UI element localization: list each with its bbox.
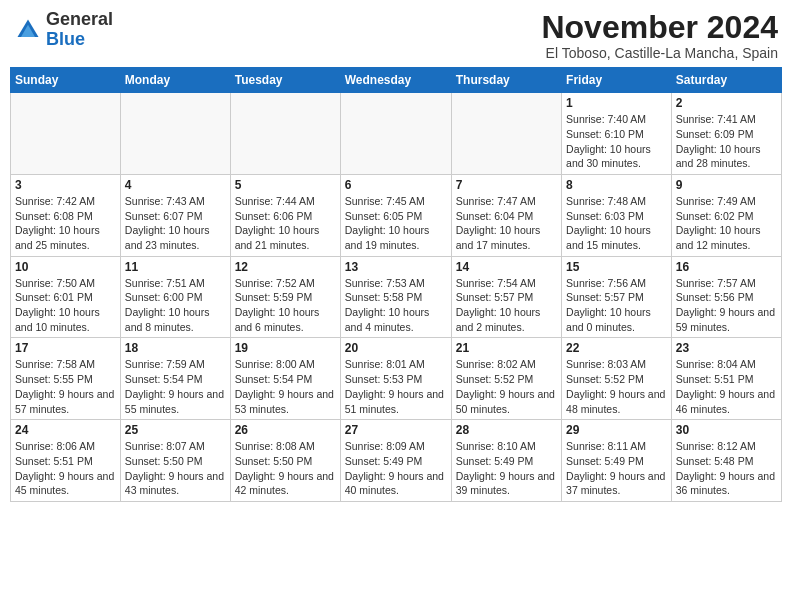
day-number: 11 (125, 260, 226, 274)
calendar-cell: 18Sunrise: 7:59 AM Sunset: 5:54 PM Dayli… (120, 338, 230, 420)
calendar-cell: 12Sunrise: 7:52 AM Sunset: 5:59 PM Dayli… (230, 256, 340, 338)
calendar-cell: 13Sunrise: 7:53 AM Sunset: 5:58 PM Dayli… (340, 256, 451, 338)
day-number: 20 (345, 341, 447, 355)
calendar-cell: 30Sunrise: 8:12 AM Sunset: 5:48 PM Dayli… (671, 420, 781, 502)
calendar-week-row: 17Sunrise: 7:58 AM Sunset: 5:55 PM Dayli… (11, 338, 782, 420)
calendar-week-row: 24Sunrise: 8:06 AM Sunset: 5:51 PM Dayli… (11, 420, 782, 502)
calendar-cell: 21Sunrise: 8:02 AM Sunset: 5:52 PM Dayli… (451, 338, 561, 420)
weekday-header: Monday (120, 68, 230, 93)
logo-general: General (46, 9, 113, 29)
logo-icon (14, 16, 42, 44)
day-number: 19 (235, 341, 336, 355)
calendar-cell: 8Sunrise: 7:48 AM Sunset: 6:03 PM Daylig… (562, 174, 672, 256)
day-number: 23 (676, 341, 777, 355)
day-number: 27 (345, 423, 447, 437)
day-info: Sunrise: 7:59 AM Sunset: 5:54 PM Dayligh… (125, 357, 226, 416)
day-number: 13 (345, 260, 447, 274)
calendar-cell (451, 93, 561, 175)
day-info: Sunrise: 7:43 AM Sunset: 6:07 PM Dayligh… (125, 194, 226, 253)
day-number: 4 (125, 178, 226, 192)
day-number: 8 (566, 178, 667, 192)
day-info: Sunrise: 8:07 AM Sunset: 5:50 PM Dayligh… (125, 439, 226, 498)
calendar-cell: 10Sunrise: 7:50 AM Sunset: 6:01 PM Dayli… (11, 256, 121, 338)
calendar-week-row: 3Sunrise: 7:42 AM Sunset: 6:08 PM Daylig… (11, 174, 782, 256)
calendar-cell: 1Sunrise: 7:40 AM Sunset: 6:10 PM Daylig… (562, 93, 672, 175)
day-number: 12 (235, 260, 336, 274)
day-info: Sunrise: 7:49 AM Sunset: 6:02 PM Dayligh… (676, 194, 777, 253)
calendar-cell: 6Sunrise: 7:45 AM Sunset: 6:05 PM Daylig… (340, 174, 451, 256)
weekday-header: Thursday (451, 68, 561, 93)
month-title: November 2024 (541, 10, 778, 45)
calendar-cell (120, 93, 230, 175)
calendar-cell: 29Sunrise: 8:11 AM Sunset: 5:49 PM Dayli… (562, 420, 672, 502)
calendar-cell: 22Sunrise: 8:03 AM Sunset: 5:52 PM Dayli… (562, 338, 672, 420)
day-number: 7 (456, 178, 557, 192)
weekday-header: Friday (562, 68, 672, 93)
day-number: 24 (15, 423, 116, 437)
day-info: Sunrise: 7:42 AM Sunset: 6:08 PM Dayligh… (15, 194, 116, 253)
day-info: Sunrise: 7:50 AM Sunset: 6:01 PM Dayligh… (15, 276, 116, 335)
day-info: Sunrise: 8:12 AM Sunset: 5:48 PM Dayligh… (676, 439, 777, 498)
calendar-cell (340, 93, 451, 175)
calendar-cell: 14Sunrise: 7:54 AM Sunset: 5:57 PM Dayli… (451, 256, 561, 338)
day-info: Sunrise: 7:41 AM Sunset: 6:09 PM Dayligh… (676, 112, 777, 171)
calendar-cell: 23Sunrise: 8:04 AM Sunset: 5:51 PM Dayli… (671, 338, 781, 420)
calendar-cell: 2Sunrise: 7:41 AM Sunset: 6:09 PM Daylig… (671, 93, 781, 175)
day-info: Sunrise: 8:06 AM Sunset: 5:51 PM Dayligh… (15, 439, 116, 498)
day-info: Sunrise: 7:57 AM Sunset: 5:56 PM Dayligh… (676, 276, 777, 335)
calendar-cell: 28Sunrise: 8:10 AM Sunset: 5:49 PM Dayli… (451, 420, 561, 502)
calendar-cell: 26Sunrise: 8:08 AM Sunset: 5:50 PM Dayli… (230, 420, 340, 502)
day-info: Sunrise: 7:48 AM Sunset: 6:03 PM Dayligh… (566, 194, 667, 253)
day-number: 2 (676, 96, 777, 110)
day-info: Sunrise: 7:53 AM Sunset: 5:58 PM Dayligh… (345, 276, 447, 335)
logo-text: General Blue (46, 10, 113, 50)
day-info: Sunrise: 7:58 AM Sunset: 5:55 PM Dayligh… (15, 357, 116, 416)
calendar-cell: 16Sunrise: 7:57 AM Sunset: 5:56 PM Dayli… (671, 256, 781, 338)
day-number: 14 (456, 260, 557, 274)
weekday-header: Wednesday (340, 68, 451, 93)
calendar-cell: 25Sunrise: 8:07 AM Sunset: 5:50 PM Dayli… (120, 420, 230, 502)
day-number: 1 (566, 96, 667, 110)
calendar-cell: 19Sunrise: 8:00 AM Sunset: 5:54 PM Dayli… (230, 338, 340, 420)
day-info: Sunrise: 7:54 AM Sunset: 5:57 PM Dayligh… (456, 276, 557, 335)
day-info: Sunrise: 7:47 AM Sunset: 6:04 PM Dayligh… (456, 194, 557, 253)
calendar-table: SundayMondayTuesdayWednesdayThursdayFrid… (10, 67, 782, 502)
title-block: November 2024 El Toboso, Castille-La Man… (541, 10, 778, 61)
day-number: 25 (125, 423, 226, 437)
calendar-cell: 20Sunrise: 8:01 AM Sunset: 5:53 PM Dayli… (340, 338, 451, 420)
calendar-cell: 11Sunrise: 7:51 AM Sunset: 6:00 PM Dayli… (120, 256, 230, 338)
day-number: 15 (566, 260, 667, 274)
calendar-week-row: 1Sunrise: 7:40 AM Sunset: 6:10 PM Daylig… (11, 93, 782, 175)
day-info: Sunrise: 7:44 AM Sunset: 6:06 PM Dayligh… (235, 194, 336, 253)
day-number: 16 (676, 260, 777, 274)
calendar-cell (11, 93, 121, 175)
day-number: 22 (566, 341, 667, 355)
location-title: El Toboso, Castille-La Mancha, Spain (541, 45, 778, 61)
calendar-cell (230, 93, 340, 175)
day-info: Sunrise: 8:03 AM Sunset: 5:52 PM Dayligh… (566, 357, 667, 416)
day-number: 26 (235, 423, 336, 437)
day-info: Sunrise: 7:56 AM Sunset: 5:57 PM Dayligh… (566, 276, 667, 335)
day-number: 29 (566, 423, 667, 437)
day-number: 30 (676, 423, 777, 437)
day-number: 10 (15, 260, 116, 274)
weekday-header: Saturday (671, 68, 781, 93)
day-number: 6 (345, 178, 447, 192)
logo: General Blue (14, 10, 113, 50)
calendar-cell: 5Sunrise: 7:44 AM Sunset: 6:06 PM Daylig… (230, 174, 340, 256)
day-number: 9 (676, 178, 777, 192)
weekday-header: Tuesday (230, 68, 340, 93)
weekday-header-row: SundayMondayTuesdayWednesdayThursdayFrid… (11, 68, 782, 93)
calendar-week-row: 10Sunrise: 7:50 AM Sunset: 6:01 PM Dayli… (11, 256, 782, 338)
calendar-cell: 17Sunrise: 7:58 AM Sunset: 5:55 PM Dayli… (11, 338, 121, 420)
calendar-cell: 9Sunrise: 7:49 AM Sunset: 6:02 PM Daylig… (671, 174, 781, 256)
day-number: 5 (235, 178, 336, 192)
calendar-cell: 27Sunrise: 8:09 AM Sunset: 5:49 PM Dayli… (340, 420, 451, 502)
day-info: Sunrise: 8:11 AM Sunset: 5:49 PM Dayligh… (566, 439, 667, 498)
calendar-cell: 3Sunrise: 7:42 AM Sunset: 6:08 PM Daylig… (11, 174, 121, 256)
day-info: Sunrise: 7:51 AM Sunset: 6:00 PM Dayligh… (125, 276, 226, 335)
day-info: Sunrise: 7:45 AM Sunset: 6:05 PM Dayligh… (345, 194, 447, 253)
day-info: Sunrise: 8:02 AM Sunset: 5:52 PM Dayligh… (456, 357, 557, 416)
day-number: 18 (125, 341, 226, 355)
day-info: Sunrise: 7:52 AM Sunset: 5:59 PM Dayligh… (235, 276, 336, 335)
